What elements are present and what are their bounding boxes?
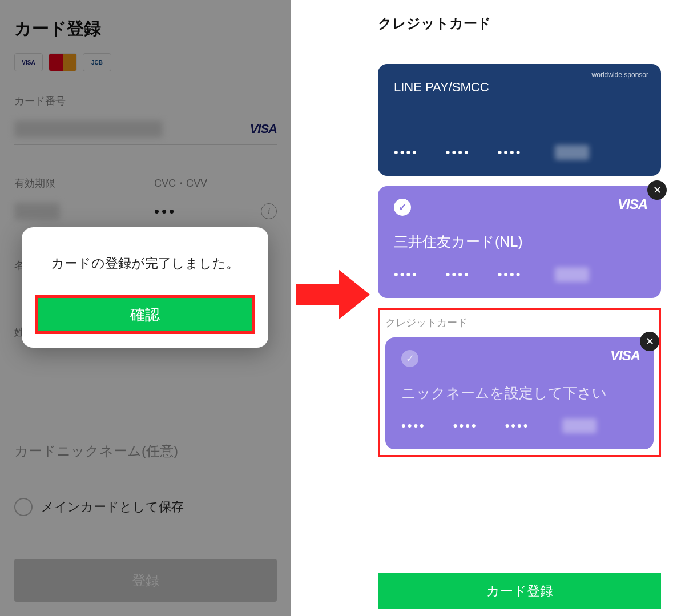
- arrow-icon: [296, 269, 371, 320]
- card-register-form: カード登録 VISA JCB カード番号 VISA 有効期限 CVC・CVV: [0, 0, 291, 616]
- sponsor-label: worldwide sponsor: [592, 71, 648, 79]
- card-last4-blurred: [562, 418, 597, 433]
- card-nickname-placeholder: ニックネームを設定して下さい: [401, 384, 607, 402]
- confirm-button[interactable]: 確認: [35, 295, 255, 334]
- check-icon: ✓: [401, 350, 418, 367]
- card-number-masked: •••• •••• ••••: [394, 145, 645, 160]
- visa-icon: VISA: [610, 348, 640, 364]
- credit-card-item[interactable]: VISA ✓ ニックネームを設定して下さい •••• •••• ••••: [385, 337, 654, 449]
- section-label: クレジットカード: [385, 316, 654, 329]
- card-name: 三井住友カード(NL): [394, 232, 523, 251]
- card-number-masked: •••• •••• ••••: [394, 267, 645, 282]
- card-last4-blurred: [555, 267, 589, 282]
- visa-icon: VISA: [618, 196, 647, 212]
- confirmation-dialog: カードの登録が完了しました。 確認: [22, 227, 268, 348]
- credit-card-item[interactable]: worldwide sponsor LINE PAY/SMCC •••• •••…: [378, 64, 661, 176]
- card-number-masked: •••• •••• ••••: [401, 418, 638, 433]
- close-icon[interactable]: ✕: [647, 180, 667, 200]
- card-name: LINE PAY/SMCC: [394, 80, 645, 95]
- screen-title: クレジットカード: [378, 14, 661, 33]
- highlighted-section: クレジットカード ✕ VISA ✓ ニックネームを設定して下さい •••• ••…: [378, 308, 661, 457]
- check-icon: ✓: [394, 199, 411, 216]
- card-last4-blurred: [555, 145, 589, 160]
- dialog-message: カードの登録が完了しました。: [35, 255, 255, 272]
- card-register-button[interactable]: カード登録: [378, 573, 661, 609]
- credit-card-item[interactable]: VISA ✓ 三井住友カード(NL) •••• •••• ••••: [378, 186, 661, 298]
- close-icon[interactable]: ✕: [640, 332, 659, 351]
